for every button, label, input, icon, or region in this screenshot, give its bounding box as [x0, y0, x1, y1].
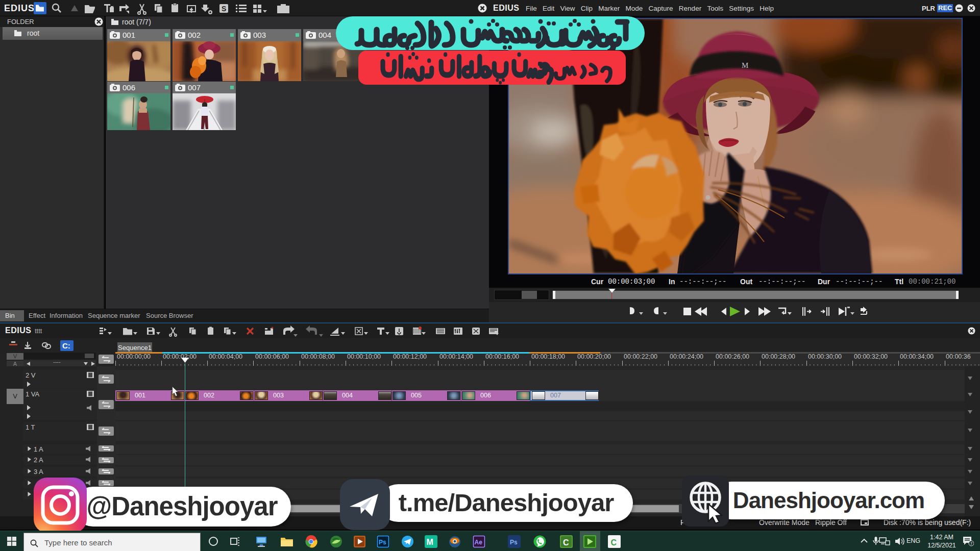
svg-text:00:00:30;00: 00:00:30;00	[808, 353, 842, 360]
svg-text:00:00:24;00: 00:00:24;00	[670, 353, 703, 360]
svg-text:Ps: Ps	[510, 539, 518, 546]
svg-text:00:00:16;00: 00:00:16;00	[485, 353, 519, 360]
svg-text:00:00:08;00: 00:00:08;00	[301, 353, 335, 360]
svg-text:M: M	[427, 538, 433, 546]
svg-text:Ae: Ae	[475, 539, 483, 546]
svg-text:C: C	[611, 538, 617, 547]
svg-text:00:00:28;00: 00:00:28;00	[762, 353, 795, 360]
svg-text:00:00:06;00: 00:00:06;00	[255, 353, 289, 360]
svg-text:Ps: Ps	[379, 539, 386, 546]
svg-text:00:00:02;00: 00:00:02;00	[163, 353, 197, 360]
svg-text:S: S	[222, 5, 226, 13]
svg-text:00:00:26;00: 00:00:26;00	[716, 353, 749, 360]
svg-text:00:00:34;00: 00:00:34;00	[900, 353, 934, 360]
svg-text:00:00:10;00: 00:00:10;00	[347, 353, 381, 360]
svg-text:00:00:14;00: 00:00:14;00	[439, 353, 473, 360]
svg-text:7: 7	[970, 541, 973, 546]
svg-text:00:00:00;00: 00:00:00;00	[117, 353, 151, 360]
svg-text:00:00:04;00: 00:00:04;00	[209, 353, 242, 360]
svg-text:C:: C:	[62, 341, 70, 350]
svg-text:00:00:18;00: 00:00:18;00	[531, 353, 565, 360]
svg-text:00:00:12;00: 00:00:12;00	[393, 353, 427, 360]
svg-text:00:00:36: 00:00:36	[946, 353, 971, 360]
svg-text:C: C	[563, 538, 569, 547]
svg-text:00:00:32;00: 00:00:32;00	[854, 353, 888, 360]
svg-text:00:00:20;00: 00:00:20;00	[577, 353, 611, 360]
svg-text:00:00:22;00: 00:00:22;00	[624, 353, 657, 360]
